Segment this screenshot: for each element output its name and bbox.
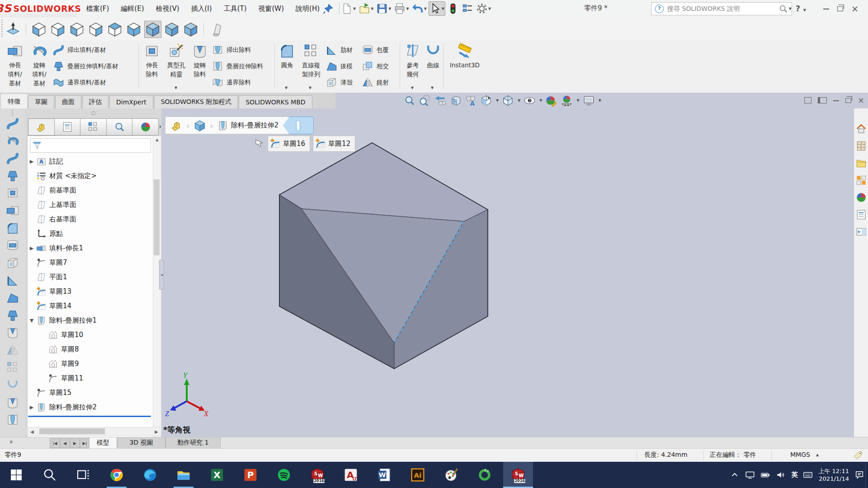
mirror-tool-icon[interactable] xyxy=(6,343,19,357)
view-settings-dropdown-icon[interactable]: ▼ xyxy=(599,99,601,103)
options-dropdown-icon[interactable]: ▼ xyxy=(488,7,491,11)
boundary-boss-button[interactable]: 邊界填料/基材 xyxy=(52,75,106,90)
tree-filter-box[interactable] xyxy=(30,138,151,153)
expand-panel-icon[interactable]: › xyxy=(159,122,161,131)
fillet-tool-icon[interactable] xyxy=(6,221,19,235)
curve-tool-icon[interactable] xyxy=(6,378,19,392)
toolbar-grip[interactable] xyxy=(1,20,3,38)
taskbar-solidworks-2016-active[interactable]: SW2016 xyxy=(503,462,533,488)
hide-show-items-dropdown-icon[interactable]: ▼ xyxy=(539,99,542,103)
save-button[interactable]: ▼ xyxy=(375,1,392,16)
taskbar-spotify[interactable] xyxy=(269,462,299,488)
manager-tab-displaymanager[interactable] xyxy=(132,118,159,136)
select-dropdown-icon[interactable]: ▼ xyxy=(442,7,444,11)
shell-button[interactable]: 薄殼 xyxy=(326,75,353,90)
menu-item-6[interactable]: 說明(H) xyxy=(290,0,326,17)
curves-button[interactable]: 曲線 xyxy=(424,42,442,91)
menu-item-4[interactable]: 工具(T) xyxy=(218,0,253,17)
language-indicator[interactable]: 英 xyxy=(791,471,797,479)
rebuild-button[interactable] xyxy=(446,1,460,16)
doc-close-button[interactable]: × xyxy=(858,95,864,105)
tree-item-草圖13[interactable]: 草圖13 xyxy=(28,284,71,299)
view-bottom-button[interactable] xyxy=(125,21,142,38)
view-front-button[interactable] xyxy=(30,21,47,38)
tab-SOLIDWORKS 附加程式[interactable]: SOLIDWORKS 附加程式 xyxy=(154,95,238,108)
tree-item-材質 <未指定>[interactable]: 材質 <未指定> xyxy=(28,169,97,183)
draft-button[interactable]: 拔模 xyxy=(326,58,353,74)
swept-boss-button[interactable]: 掃出填料/基材 xyxy=(52,42,106,58)
swept-boss-tool-icon[interactable] xyxy=(6,117,19,130)
section-view-button[interactable] xyxy=(449,94,462,107)
tree-item-除料-疊層拉伸2[interactable]: ▶除料-疊層拉伸2 xyxy=(28,400,97,414)
menu-item-0[interactable]: 檔案(F) xyxy=(80,0,115,17)
tree-vertical-scrollbar[interactable]: ▲ ▼ xyxy=(153,136,161,445)
tree-item-草圖9[interactable]: 草圖9 xyxy=(28,357,79,371)
sketch16-button[interactable]: 草圖16 xyxy=(268,136,310,152)
tags-icon[interactable] xyxy=(853,450,863,461)
tree-item-草圖15[interactable]: 草圖15 xyxy=(28,385,71,400)
expand-collapsed-icon[interactable]: ▶ xyxy=(28,404,35,410)
sketch12-button[interactable]: 草圖12 xyxy=(313,136,355,152)
view-orientation-dropdown-icon[interactable]: ▼ xyxy=(496,99,499,103)
wrap-button[interactable]: 包覆 xyxy=(362,42,389,58)
breadcrumb-sketch-active[interactable] xyxy=(283,117,314,134)
rollback-bar[interactable] xyxy=(28,416,151,417)
graphics-viewport[interactable]: Y X Z › › 除料-疊層拉伸2 草圖16 草圖12 xyxy=(161,108,854,437)
view-normal-to-button[interactable] xyxy=(5,21,22,38)
action-center-icon[interactable] xyxy=(854,470,864,480)
status-units[interactable]: MMGS xyxy=(790,451,810,458)
help-dropdown-icon[interactable]: ▼ xyxy=(803,8,806,12)
linear-pattern-button[interactable]: 直線複 製排列 xyxy=(298,42,324,91)
swept-tool-icon[interactable] xyxy=(6,151,19,165)
taskbar-excel[interactable]: X xyxy=(202,462,232,488)
new-dropdown-icon[interactable]: ▼ xyxy=(353,7,356,11)
draft-tool-icon[interactable] xyxy=(6,291,19,305)
pane-right-icon[interactable] xyxy=(818,97,827,103)
tree-item-草圖11[interactable]: 草圖11 xyxy=(28,371,83,385)
tab-評估[interactable]: 評估 xyxy=(82,95,108,108)
taskbar-powerpoint[interactable]: P xyxy=(236,462,265,488)
tree-item-前基準面[interactable]: 前基準面 xyxy=(28,183,76,197)
doc-tab-3D 視圖[interactable]: 3D 視圖 xyxy=(117,437,165,448)
apply-scene-dropdown-icon[interactable]: ▼ xyxy=(576,99,579,103)
search-icon[interactable] xyxy=(778,4,788,14)
taskbar-chrome[interactable] xyxy=(102,462,132,488)
tab-草圖[interactable]: 草圖 xyxy=(28,95,54,108)
manager-tab-propertymanager[interactable] xyxy=(54,118,81,136)
view-back-button[interactable] xyxy=(49,21,66,38)
taskbar-file-explorer[interactable] xyxy=(169,462,198,488)
linear-pattern-dropdown-icon[interactable]: ▼ xyxy=(309,86,311,90)
taskpane-pane-toggle-tab[interactable] xyxy=(855,226,867,238)
extrude-boss-button[interactable]: 伸長 填料/ 基材 xyxy=(3,42,27,91)
panel-splitter-dot[interactable] xyxy=(91,111,95,115)
swept-cut-button[interactable]: 掃出除料 xyxy=(212,42,251,58)
scrollbar-thumb[interactable] xyxy=(39,428,105,434)
tree-item-草圖7[interactable]: 草圖7 xyxy=(28,255,67,270)
hidden-icons-chevron-icon[interactable] xyxy=(730,470,740,480)
wrap-tool-icon[interactable] xyxy=(6,239,19,252)
revolve-boss-button[interactable]: 旋轉 填料/ 基材 xyxy=(28,42,51,91)
reference-geometry-button[interactable]: 參考 幾何 xyxy=(402,42,423,91)
touch-keyboard-icon[interactable] xyxy=(803,470,813,480)
undo-button[interactable]: ▼ xyxy=(411,1,428,16)
taskpane-view-palette-tab[interactable] xyxy=(855,174,867,186)
toolbar-grip[interactable] xyxy=(12,110,13,116)
zoom-fit-button[interactable] xyxy=(403,94,415,107)
manager-tab-configurationmanager[interactable] xyxy=(80,118,107,136)
tree-item-除料-疊層拉伸1[interactable]: ▼除料-疊層拉伸1 xyxy=(28,313,97,328)
save-dropdown-icon[interactable]: ▼ xyxy=(388,7,391,11)
fillet-button[interactable]: 圓角 xyxy=(277,42,297,91)
tree-item-上基準面[interactable]: 上基準面 xyxy=(28,197,76,212)
edit-appearance-button[interactable] xyxy=(545,94,557,107)
pane-left-icon[interactable] xyxy=(804,97,811,103)
print-button[interactable]: ▼ xyxy=(393,1,410,16)
view-isometric-button[interactable] xyxy=(144,21,161,38)
open-button[interactable]: ▼ xyxy=(358,1,374,16)
extrude-boss-tool-icon[interactable] xyxy=(6,204,19,217)
expand-collapsed-icon[interactable]: ▶ xyxy=(28,159,35,164)
tab-SOLIDWORKS MBD[interactable]: SOLIDWORKS MBD xyxy=(239,95,312,108)
revolve-cut-button[interactable]: 旋轉 除料 xyxy=(190,42,210,91)
view-trimetric-button[interactable] xyxy=(163,21,180,38)
options-button[interactable]: ▼ xyxy=(475,1,492,16)
taskbar-search[interactable] xyxy=(35,462,65,488)
